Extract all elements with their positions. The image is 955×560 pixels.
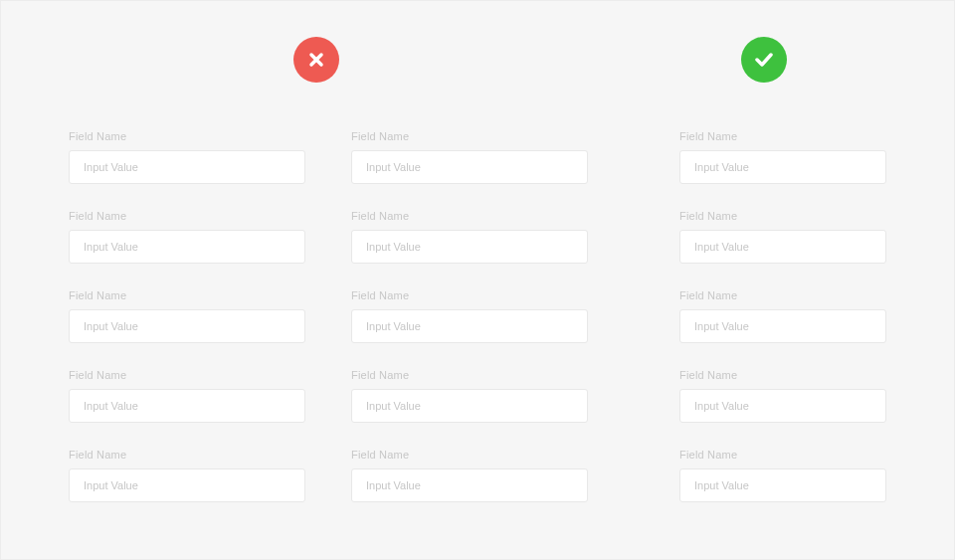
columns: Field Name Field Name Field Name Field N…: [69, 130, 886, 502]
form-field: Field Name: [679, 210, 886, 264]
field-label: Field Name: [69, 369, 305, 381]
column-3: Field Name Field Name Field Name Field N…: [679, 130, 886, 502]
form-field: Field Name: [679, 289, 886, 343]
field-input[interactable]: [351, 389, 588, 423]
column-2: Field Name Field Name Field Name Field N…: [351, 130, 588, 502]
field-label: Field Name: [351, 130, 588, 142]
form-field: Field Name: [69, 449, 305, 502]
bad-example-group: Field Name Field Name Field Name Field N…: [69, 130, 588, 502]
check-icon: [741, 37, 787, 83]
field-input[interactable]: [679, 389, 886, 423]
form-field: Field Name: [351, 210, 588, 264]
field-input[interactable]: [69, 468, 305, 502]
badge-slot-left: [73, 37, 560, 83]
field-input[interactable]: [679, 309, 886, 343]
column-1: Field Name Field Name Field Name Field N…: [69, 130, 305, 502]
field-label: Field Name: [351, 369, 588, 381]
field-label: Field Name: [351, 449, 588, 461]
badge-slot-right: [646, 37, 882, 83]
form-field: Field Name: [69, 130, 305, 184]
field-input[interactable]: [69, 309, 305, 343]
field-label: Field Name: [679, 130, 886, 142]
field-label: Field Name: [69, 449, 305, 461]
field-label: Field Name: [351, 210, 588, 222]
field-label: Field Name: [679, 289, 886, 301]
field-input[interactable]: [69, 389, 305, 423]
form-field: Field Name: [69, 210, 305, 264]
field-label: Field Name: [679, 210, 886, 222]
field-label: Field Name: [679, 449, 886, 461]
form-field: Field Name: [351, 449, 588, 502]
field-input[interactable]: [351, 230, 588, 264]
field-label: Field Name: [69, 289, 305, 301]
field-label: Field Name: [69, 210, 305, 222]
field-input[interactable]: [351, 468, 588, 502]
field-label: Field Name: [351, 289, 588, 301]
field-input[interactable]: [69, 230, 305, 264]
field-label: Field Name: [679, 369, 886, 381]
form-field: Field Name: [69, 369, 305, 423]
form-field: Field Name: [69, 289, 305, 343]
field-input[interactable]: [351, 150, 588, 184]
field-input[interactable]: [679, 230, 886, 264]
field-label: Field Name: [69, 130, 305, 142]
form-field: Field Name: [351, 130, 588, 184]
field-input[interactable]: [679, 468, 886, 502]
field-input[interactable]: [679, 150, 886, 184]
form-field: Field Name: [351, 289, 588, 343]
form-field: Field Name: [679, 449, 886, 502]
frame: Field Name Field Name Field Name Field N…: [0, 0, 955, 560]
field-input[interactable]: [351, 309, 588, 343]
form-field: Field Name: [679, 130, 886, 184]
badge-row: [69, 37, 886, 83]
form-field: Field Name: [351, 369, 588, 423]
canvas: Field Name Field Name Field Name Field N…: [1, 1, 954, 559]
form-field: Field Name: [679, 369, 886, 423]
field-input[interactable]: [69, 150, 305, 184]
cross-icon: [293, 37, 339, 83]
